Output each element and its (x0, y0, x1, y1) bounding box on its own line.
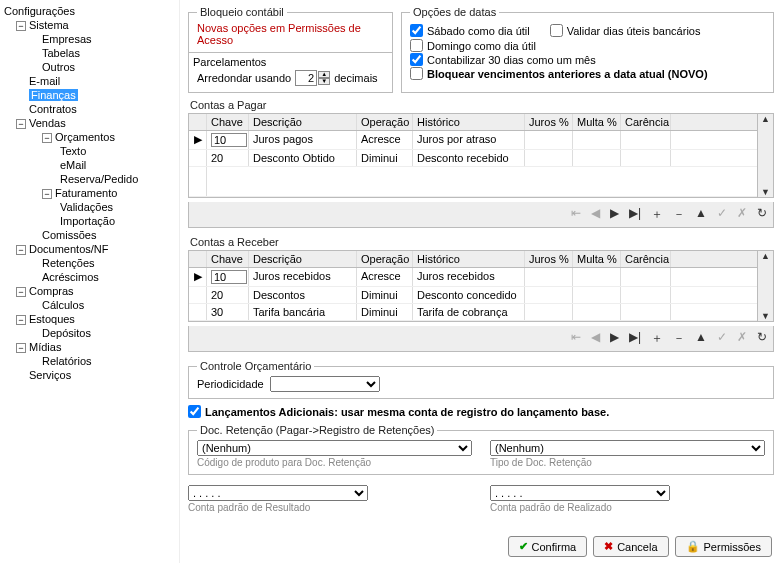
spin-up-icon[interactable]: ▲ (318, 71, 330, 78)
contab30-checkbox[interactable] (410, 53, 423, 66)
decimais-input[interactable] (295, 70, 317, 86)
cancela-button[interactable]: ✖Cancela (593, 536, 668, 557)
tree-comissoes[interactable]: Comissões (2, 228, 177, 242)
tree-validacoes[interactable]: Validações (2, 200, 177, 214)
nav-next-icon[interactable]: ▶ (610, 330, 619, 347)
conta-resultado-select[interactable]: . . . . . (188, 485, 368, 501)
collapse-icon[interactable]: − (16, 287, 26, 297)
nav-last-icon[interactable]: ▶| (629, 206, 641, 223)
nav-cancel-icon[interactable]: ✗ (737, 206, 747, 223)
tree-faturamento[interactable]: −Faturamento (2, 186, 177, 200)
collapse-icon[interactable]: − (16, 21, 26, 31)
scrollbar[interactable]: ▲▼ (757, 251, 773, 321)
permissoes-button[interactable]: 🔒Permissões (675, 536, 772, 557)
decimais-spinner[interactable]: ▲ ▼ (295, 70, 330, 86)
nav-first-icon[interactable]: ⇤ (571, 206, 581, 223)
tree-email[interactable]: E-mail (2, 74, 177, 88)
tree-vendas[interactable]: −Vendas (2, 116, 177, 130)
nav-last-icon[interactable]: ▶| (629, 330, 641, 347)
scroll-up-icon[interactable]: ▲ (761, 251, 770, 261)
domingo-checkbox[interactable] (410, 39, 423, 52)
nav-edit-icon[interactable]: ▲ (695, 330, 707, 347)
col-carencia[interactable]: Carência (621, 251, 671, 267)
tree-depositos[interactable]: Depósitos (2, 326, 177, 340)
col-multa[interactable]: Multa % (573, 251, 621, 267)
collapse-icon[interactable]: − (16, 245, 26, 255)
col-descricao[interactable]: Descrição (249, 114, 357, 130)
contas-receber-grid[interactable]: Chave Descrição Operação Histórico Juros… (188, 250, 774, 322)
scroll-down-icon[interactable]: ▼ (761, 311, 770, 321)
col-chave[interactable]: Chave (207, 251, 249, 267)
tree-relatorios[interactable]: Relatórios (2, 354, 177, 368)
doc-retencao-tipo-select[interactable]: (Nenhum) (490, 440, 765, 456)
collapse-icon[interactable]: − (42, 133, 52, 143)
tree-tabelas[interactable]: Tabelas (2, 46, 177, 60)
tree-reserva[interactable]: Reserva/Pedido (2, 172, 177, 186)
bloquear-checkbox[interactable] (410, 67, 423, 80)
confirma-button[interactable]: ✔Confirma (508, 536, 588, 557)
table-row[interactable]: 20 Descontos Diminui Desconto concedido (189, 287, 757, 304)
scroll-up-icon[interactable]: ▲ (761, 114, 770, 124)
collapse-icon[interactable]: − (16, 315, 26, 325)
table-row[interactable]: ▶ Juros pagos Acresce Juros por atraso (189, 131, 757, 150)
tree-estoques[interactable]: −Estoques (2, 312, 177, 326)
chave-input[interactable] (211, 133, 247, 147)
conta-realizado-select[interactable]: . . . . . (490, 485, 670, 501)
tree-email2[interactable]: eMail (2, 158, 177, 172)
nav-remove-icon[interactable]: － (673, 206, 685, 223)
config-tree[interactable]: Configurações −Sistema Empresas Tabelas … (0, 0, 180, 563)
col-historico[interactable]: Histórico (413, 251, 525, 267)
nav-prev-icon[interactable]: ◀ (591, 330, 600, 347)
nav-next-icon[interactable]: ▶ (610, 206, 619, 223)
nav-add-icon[interactable]: ＋ (651, 330, 663, 347)
nav-edit-icon[interactable]: ▲ (695, 206, 707, 223)
tree-texto[interactable]: Texto (2, 144, 177, 158)
periodicidade-select[interactable] (270, 376, 380, 392)
validar-checkbox[interactable] (550, 24, 563, 37)
lanc-adicionais-checkbox[interactable] (188, 405, 201, 418)
col-chave[interactable]: Chave (207, 114, 249, 130)
nav-prev-icon[interactable]: ◀ (591, 206, 600, 223)
tree-empresas[interactable]: Empresas (2, 32, 177, 46)
sabado-checkbox[interactable] (410, 24, 423, 37)
nav-post-icon[interactable]: ✓ (717, 330, 727, 347)
tree-importacao[interactable]: Importação (2, 214, 177, 228)
tree-midias[interactable]: −Mídias (2, 340, 177, 354)
nav-cancel-icon[interactable]: ✗ (737, 330, 747, 347)
nav-refresh-icon[interactable]: ↻ (757, 206, 767, 223)
col-multa[interactable]: Multa % (573, 114, 621, 130)
tree-outros[interactable]: Outros (2, 60, 177, 74)
tree-compras[interactable]: −Compras (2, 284, 177, 298)
contas-pagar-grid[interactable]: Chave Descrição Operação Histórico Juros… (188, 113, 774, 198)
tree-servicos[interactable]: Serviços (2, 368, 177, 382)
collapse-icon[interactable]: − (42, 189, 52, 199)
scroll-down-icon[interactable]: ▼ (761, 187, 770, 197)
col-operacao[interactable]: Operação (357, 114, 413, 130)
doc-retencao-produto-select[interactable]: (Nenhum) (197, 440, 472, 456)
table-row[interactable]: 30 Tarifa bancária Diminui Tarifa de cob… (189, 304, 757, 321)
chave-input[interactable] (211, 270, 247, 284)
col-juros[interactable]: Juros % (525, 251, 573, 267)
col-juros[interactable]: Juros % (525, 114, 573, 130)
spin-down-icon[interactable]: ▼ (318, 78, 330, 85)
tree-retencoes[interactable]: Retenções (2, 256, 177, 270)
nav-post-icon[interactable]: ✓ (717, 206, 727, 223)
tree-calculos[interactable]: Cálculos (2, 298, 177, 312)
col-operacao[interactable]: Operação (357, 251, 413, 267)
table-row[interactable]: ▶ Juros recebidos Acresce Juros recebido… (189, 268, 757, 287)
tree-documentos[interactable]: −Documentos/NF (2, 242, 177, 256)
scrollbar[interactable]: ▲▼ (757, 114, 773, 197)
tree-contratos[interactable]: Contratos (2, 102, 177, 116)
tree-orcamentos[interactable]: −Orçamentos (2, 130, 177, 144)
tree-sistema[interactable]: −Sistema (2, 18, 177, 32)
tree-financas[interactable]: Finanças (2, 88, 177, 102)
nav-first-icon[interactable]: ⇤ (571, 330, 581, 347)
table-row[interactable]: 20 Desconto Obtido Diminui Desconto rece… (189, 150, 757, 167)
tree-acrescimos[interactable]: Acréscimos (2, 270, 177, 284)
nav-refresh-icon[interactable]: ↻ (757, 330, 767, 347)
col-descricao[interactable]: Descrição (249, 251, 357, 267)
nav-add-icon[interactable]: ＋ (651, 206, 663, 223)
col-carencia[interactable]: Carência (621, 114, 671, 130)
tree-root[interactable]: Configurações (2, 4, 177, 18)
collapse-icon[interactable]: − (16, 343, 26, 353)
